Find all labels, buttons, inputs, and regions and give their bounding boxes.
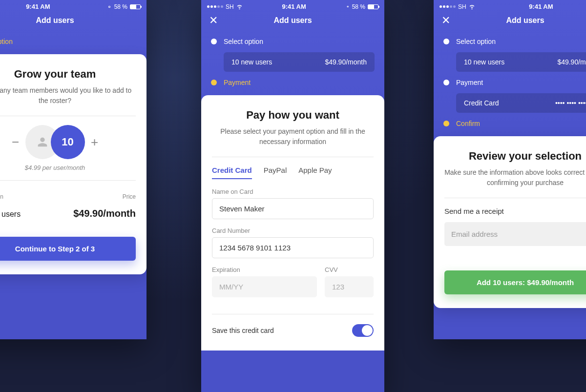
card-subtitle: Make sure the information above looks co… [444,167,586,188]
user-count: 10 [51,125,85,159]
card-number-label: Card Number [212,227,374,234]
nav-title: Add users [36,16,74,25]
summary-users: 10 new users [231,58,272,66]
summary-users: 10 new users [0,210,21,219]
receipt-label: Send me a receipt [444,207,586,215]
status-bar: SH 9:41 AM ⚬ [434,0,586,12]
cvv-input[interactable]: 123 [325,276,374,297]
summary-cc: Credit Card [464,99,499,107]
nav-title: Add users [506,16,544,25]
screen-select-option: 9:41 AM ⚬ 58 % Add users Select option G… [0,0,146,339]
signal-icon [207,5,223,8]
nav-bar: ✕ Add users [434,12,586,33]
screen-confirm: SH 9:41 AM ⚬ ✕ Add users Select option 1… [434,0,586,339]
bluetooth-icon: ⚬ [107,3,112,10]
status-bar: SH 9:41 AM ⚬ 58 % [201,0,384,12]
cvv-label: CVV [325,266,374,273]
step-bullet-icon [211,80,217,85]
divider [212,157,374,157]
step-payment[interactable]: Payment [434,74,586,91]
name-label: Name on Card [212,188,374,195]
step-bullet-icon [443,121,449,126]
save-card-label: Save this credit card [212,327,274,334]
card-title: Grow your team [0,68,136,81]
summary-users: 10 new users [464,58,504,66]
step-select-option: Select option [0,33,146,50]
expiration-label: Expiration [212,266,317,273]
battery-icon [368,4,378,9]
nav-title: Add users [273,16,312,25]
col-price: Price [123,193,136,200]
step-confirm: Confirm [434,115,586,132]
summary-price: $49.90/month [73,208,136,219]
status-time: 9:41 AM [529,3,553,10]
price-hint: $4.99 per user/month [0,164,136,171]
email-input[interactable]: Email address [444,222,586,246]
summary-pill-users[interactable]: 10 new users $49.90/month [456,52,586,72]
close-button[interactable]: ✕ [209,14,218,27]
name-input[interactable]: Steven Maker [212,198,374,219]
tab-credit-card[interactable]: Credit Card [212,166,252,179]
nav-bar: ✕ Add users [201,12,384,33]
carrier-label: SH [226,3,234,10]
battery-percent: 58 % [352,3,365,10]
col-description: Description [0,193,3,200]
card-title: Pay how you want [212,109,374,122]
tab-apple-pay[interactable]: Apple Pay [298,166,332,179]
quantity-stepper: − 10 + [0,125,136,159]
wifi-icon [236,4,243,9]
step-bullet-icon [211,39,217,44]
summary-price: $49.90/month [325,58,367,66]
decrement-button[interactable]: − [6,135,25,150]
step-bullet-icon [443,39,449,44]
status-bar: 9:41 AM ⚬ 58 % [0,0,146,12]
status-time: 9:41 AM [282,3,306,10]
nav-bar: Add users [0,12,146,33]
save-card-toggle[interactable] [352,324,374,337]
step-select-option[interactable]: Select option [434,33,586,50]
divider [212,314,374,314]
close-button[interactable]: ✕ [441,14,450,27]
screen-payment: SH 9:41 AM ⚬ 58 % ✕ Add users Select opt… [201,0,384,392]
continue-button[interactable]: Continue to Step 2 of 3 [0,237,136,261]
divider [444,198,586,198]
bluetooth-icon: ⚬ [346,4,350,9]
signal-icon [440,5,456,8]
increment-button[interactable]: + [85,135,105,150]
divider [0,180,136,181]
summary-pill-payment[interactable]: Credit Card •••• •••• •••• •••• [456,93,586,113]
payment-tabs: Credit Card PayPal Apple Pay [212,166,374,179]
step-select-option[interactable]: Select option [201,33,384,50]
summary-price: $49.90/month [557,58,586,66]
summary-pill-users[interactable]: 10 new users $49.90/month [224,52,375,72]
battery-percent: 58 % [114,3,127,10]
card-title: Review your selection [444,150,586,163]
step-bullet-icon [443,80,449,85]
summary-cc-masked: •••• •••• •••• •••• [555,99,586,107]
expiration-input[interactable]: MM/YY [212,276,317,297]
tab-paypal[interactable]: PayPal [264,166,287,179]
carrier-label: SH [458,3,466,10]
divider [0,116,136,116]
confirm-button[interactable]: Add 10 users: $49.90/month [444,270,586,294]
status-time: 9:41 AM [26,3,50,10]
card-subtitle: How many team members would you like to … [0,85,136,106]
card-subtitle: Please select your payment option and fi… [212,126,374,147]
step-payment: Payment [201,74,384,91]
battery-icon [130,4,141,9]
card-number-input[interactable]: 1234 5678 9101 1123 [212,237,374,258]
wifi-icon [469,4,475,9]
